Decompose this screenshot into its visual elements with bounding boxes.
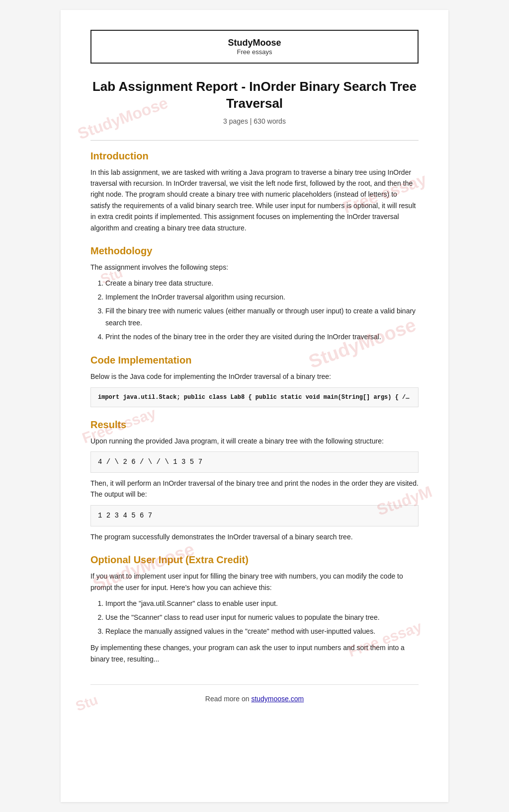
heading-methodology: Methodology bbox=[90, 245, 419, 257]
text-optional-intro: If you want to implement user input for … bbox=[90, 571, 419, 593]
section-methodology: Methodology The assignment involves the … bbox=[90, 245, 419, 343]
title-divider bbox=[90, 140, 419, 141]
list-item: Import the "java.util.Scanner" class to … bbox=[105, 598, 419, 610]
list-item: Use the "Scanner" class to read user inp… bbox=[105, 612, 419, 624]
list-item: Implement the InOrder traversal algorith… bbox=[105, 292, 419, 303]
section-results: Results Upon running the provided Java p… bbox=[90, 419, 419, 543]
heading-introduction: Introduction bbox=[90, 150, 419, 162]
section-optional-input: Optional User Input (Extra Credit) If yo… bbox=[90, 554, 419, 664]
list-item: Replace the manually assigned values in … bbox=[105, 626, 419, 638]
heading-results: Results bbox=[90, 419, 419, 431]
list-item: Print the nodes of the binary tree in th… bbox=[105, 331, 419, 343]
essay-title: Lab Assignment Report - InOrder Binary S… bbox=[90, 78, 419, 112]
text-introduction: In this lab assignment, we are tasked wi… bbox=[90, 167, 419, 233]
text-results-intro: Upon running the provided Java program, … bbox=[90, 436, 419, 446]
heading-optional: Optional User Input (Extra Credit) bbox=[90, 554, 419, 566]
footer-label: Read more on bbox=[205, 695, 250, 703]
section-introduction: Introduction In this lab assignment, we … bbox=[90, 150, 419, 233]
site-name: StudyMoose bbox=[101, 38, 408, 48]
page-container: StudyMoose Free essay Stu StudyMoose Fre… bbox=[61, 10, 448, 802]
site-header: StudyMoose Free essays bbox=[90, 30, 419, 64]
site-tagline: Free essays bbox=[101, 48, 408, 56]
text-results-output-label: Then, it will perform an InOrder travers… bbox=[90, 478, 419, 500]
section-code-implementation: Code Implementation Below is the Java co… bbox=[90, 355, 419, 407]
text-optional-closing: By implementing these changes, your prog… bbox=[90, 642, 419, 664]
optional-steps: Import the "java.util.Scanner" class to … bbox=[90, 598, 419, 637]
text-results-conclusion: The program successfully demonstrates th… bbox=[90, 531, 419, 542]
footer-link[interactable]: studymoose.com bbox=[251, 695, 304, 703]
essay-meta: 3 pages | 630 words bbox=[90, 117, 419, 125]
text-code-intro: Below is the Java code for implementing … bbox=[90, 371, 419, 382]
tree-output: 1 2 3 4 5 6 7 bbox=[90, 505, 419, 526]
text-methodology-intro: The assignment involves the following st… bbox=[90, 262, 419, 273]
tree-structure: 4 / \ 2 6 / \ / \ 1 3 5 7 bbox=[90, 451, 419, 473]
footer: Read more on studymoose.com bbox=[90, 684, 419, 703]
code-block: import java.util.Stack; public class Lab… bbox=[90, 387, 419, 407]
heading-code: Code Implementation bbox=[90, 355, 419, 366]
methodology-steps: Create a binary tree data structure. Imp… bbox=[90, 278, 419, 343]
list-item: Fill the binary tree with numeric values… bbox=[105, 305, 419, 329]
list-item: Create a binary tree data structure. bbox=[105, 278, 419, 290]
